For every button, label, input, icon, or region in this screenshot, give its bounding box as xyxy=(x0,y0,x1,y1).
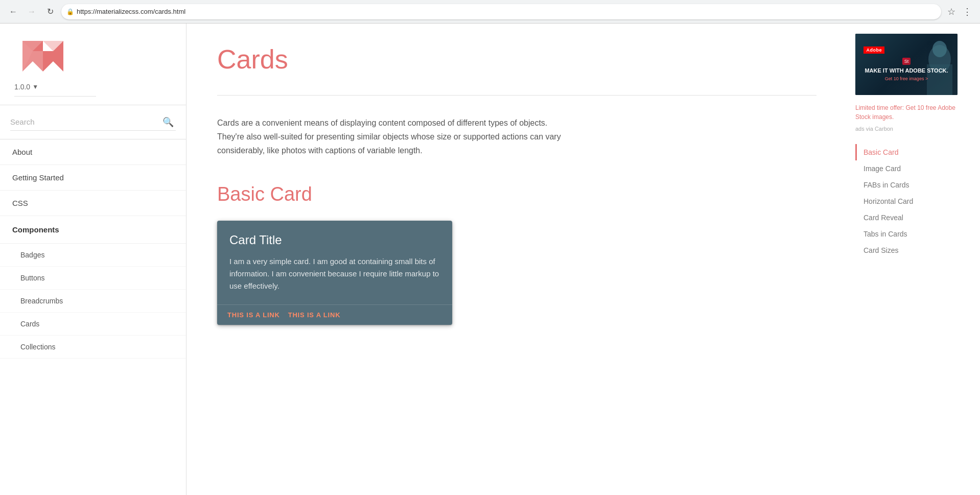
card-actions: THIS IS A LINK THIS IS A LINK xyxy=(217,304,452,325)
adobe-label: Adobe xyxy=(864,46,884,54)
app-layout: 1.0.0 ▼ 🔍 About Getting Started CSS Comp… xyxy=(0,23,980,495)
card-body-text: I am a very simple card. I am good at co… xyxy=(229,255,440,292)
card-link-2[interactable]: THIS IS A LINK xyxy=(288,311,341,319)
sidebar-item-breadcrumbs[interactable]: Breadcrumbs xyxy=(0,290,186,313)
menu-button[interactable]: ⋮ xyxy=(961,4,974,19)
browser-actions: ☆ ⋮ xyxy=(945,4,974,19)
version-text: 1.0.0 xyxy=(14,83,30,91)
chevron-down-icon: ▼ xyxy=(32,83,38,90)
sidebar-item-badges[interactable]: Badges xyxy=(0,244,186,267)
sidebar-search: 🔍 xyxy=(0,105,186,139)
version-row: 1.0.0 ▼ xyxy=(14,83,174,91)
sidebar-item-collections[interactable]: Collections xyxy=(0,336,186,359)
sidebar-item-getting-started[interactable]: Getting Started xyxy=(0,165,186,191)
card-link-1[interactable]: THIS IS A LINK xyxy=(227,311,280,319)
toc-item-card-sizes[interactable]: Card Sizes xyxy=(855,242,970,258)
ad-block[interactable]: Adobe St MAKE IT WITH ADOBE STOCK. Get 1… xyxy=(855,34,958,95)
intro-text: Cards are a convenient means of displayi… xyxy=(217,116,575,158)
search-icon: 🔍 xyxy=(162,116,174,128)
forward-button[interactable]: → xyxy=(25,5,39,19)
sidebar: 1.0.0 ▼ 🔍 About Getting Started CSS Comp… xyxy=(0,23,186,495)
card-content: Card Title I am a very simple card. I am… xyxy=(217,221,452,304)
toc-item-card-reveal[interactable]: Card Reveal xyxy=(855,209,970,226)
sidebar-item-components[interactable]: Components xyxy=(0,216,186,244)
sidebar-item-css[interactable]: CSS xyxy=(0,191,186,216)
browser-chrome: ← → ↻ 🔒 ☆ ⋮ xyxy=(0,0,980,23)
toc-item-fabs-in-cards[interactable]: FABs in Cards xyxy=(855,177,970,193)
sidebar-item-cards[interactable]: Cards xyxy=(0,313,186,336)
title-divider xyxy=(217,95,816,96)
ad-via-text: ads via Carbon xyxy=(855,126,970,132)
toc-item-tabs-in-cards[interactable]: Tabs in Cards xyxy=(855,226,970,242)
address-bar-wrapper: 🔒 xyxy=(61,4,941,19)
basic-card-demo: Card Title I am a very simple card. I am… xyxy=(217,221,452,325)
ad-promo-text: Limited time offer: Get 10 free Adobe St… xyxy=(855,103,958,122)
search-input[interactable] xyxy=(10,113,176,131)
page-title: Cards xyxy=(217,44,816,75)
sidebar-item-about[interactable]: About xyxy=(0,139,186,165)
version-divider xyxy=(14,96,96,97)
stock-logo: St xyxy=(902,58,911,65)
materialize-logo[interactable] xyxy=(12,36,74,77)
bookmark-button[interactable]: ☆ xyxy=(945,4,958,19)
basic-card-heading: Basic Card xyxy=(217,183,816,205)
address-bar[interactable] xyxy=(61,4,941,19)
logo-wrapper xyxy=(0,23,186,79)
ad-cta: Get 10 free images > xyxy=(885,76,928,81)
sidebar-item-buttons[interactable]: Buttons xyxy=(0,267,186,290)
toc-list: Basic Card Image Card FABs in Cards Hori… xyxy=(855,144,970,258)
toc-item-basic-card[interactable]: Basic Card xyxy=(855,144,970,160)
toc-item-image-card[interactable]: Image Card xyxy=(855,160,970,177)
reload-button[interactable]: ↻ xyxy=(43,5,57,19)
sidebar-nav: About Getting Started CSS Components Bad… xyxy=(0,139,186,495)
toc-item-horizontal-card[interactable]: Horizontal Card xyxy=(855,193,970,209)
lock-icon: 🔒 xyxy=(66,8,74,15)
ad-headline: MAKE IT WITH ADOBE STOCK. xyxy=(865,67,948,74)
right-sidebar: Adobe St MAKE IT WITH ADOBE STOCK. Get 1… xyxy=(847,23,980,495)
main-content: Cards Cards are a convenient means of di… xyxy=(186,23,847,495)
back-button[interactable]: ← xyxy=(6,5,20,19)
ad-content: Adobe St MAKE IT WITH ADOBE STOCK. Get 1… xyxy=(860,43,952,85)
card-title: Card Title xyxy=(229,233,440,247)
